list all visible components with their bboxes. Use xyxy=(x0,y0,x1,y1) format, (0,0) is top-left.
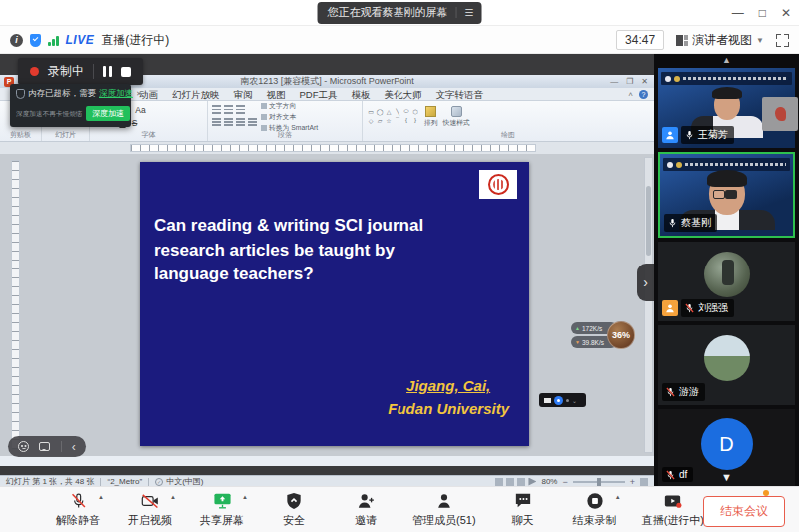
close-button[interactable]: ✕ xyxy=(781,6,791,20)
group-label-slides: 幻灯片 xyxy=(42,130,89,140)
popup-close-icon[interactable]: ✕ xyxy=(136,90,142,98)
stop-recording-toolbar-button[interactable]: ▲ 结束录制 xyxy=(571,492,619,528)
slide-author: Jigang, Cai, Fudan University xyxy=(388,375,509,420)
spellcheck-icon[interactable]: ✓ xyxy=(155,478,163,486)
participant-name: 刘强强 xyxy=(698,301,728,315)
align-text-button[interactable]: 对齐文本 xyxy=(261,112,318,122)
canvas-scrollbar[interactable] xyxy=(644,157,653,453)
justify-icon[interactable] xyxy=(248,118,257,127)
upload-arrow-icon: ▲ xyxy=(575,325,580,331)
tab-text-to-speech[interactable]: 文字转语音 xyxy=(429,88,491,101)
info-icon[interactable]: i xyxy=(10,34,23,47)
scroll-down-icon[interactable]: ▼ xyxy=(654,471,799,483)
invite-button[interactable]: 邀请 xyxy=(342,492,390,528)
tab-pdf-tools[interactable]: PDF工具 xyxy=(293,88,345,101)
fullscreen-icon[interactable] xyxy=(776,34,789,47)
zoom-in-button[interactable]: + xyxy=(630,477,635,487)
powerpoint-window: 南农1213 [兼容模式] - Microsoft PowerPoint — ❐… xyxy=(0,75,654,466)
start-video-button[interactable]: ▲ 开启视频 xyxy=(126,492,174,528)
tab-template[interactable]: 模板 xyxy=(345,88,378,101)
shared-screen-area: 南农1213 [兼容模式] - Microsoft PowerPoint — ❐… xyxy=(0,54,654,486)
align-left-icon[interactable] xyxy=(212,118,221,127)
chat-icon xyxy=(514,492,532,509)
memory-usage-ball[interactable]: 36% xyxy=(607,321,635,349)
emoji-reaction-icon[interactable] xyxy=(18,441,29,452)
tab-view[interactable]: 视图 xyxy=(260,88,293,101)
chat-button[interactable]: 聊天 xyxy=(499,492,547,528)
powerpoint-title-text: 南农1213 [兼容模式] - Microsoft PowerPoint xyxy=(240,75,414,88)
watching-banner[interactable]: 您正在观看蔡基刚的屏幕 ☰ xyxy=(318,2,482,24)
stop-recording-button[interactable] xyxy=(121,67,131,77)
help-icon[interactable]: ? xyxy=(639,90,648,99)
ppt-restore-button[interactable]: ❐ xyxy=(626,75,633,88)
ppt-close-button[interactable]: ✕ xyxy=(641,75,648,88)
shield-icon[interactable] xyxy=(30,34,41,47)
live-status-bar: i LIVE 直播(进行中) 34:47 演讲者视图 ▼ xyxy=(0,26,799,54)
bullets-icon[interactable] xyxy=(212,105,221,114)
chevron-up-icon[interactable]: ▲ xyxy=(242,494,248,500)
recording-indicator: 录制中 xyxy=(18,58,143,85)
recorder-dot-icon xyxy=(566,399,569,402)
zoom-slider[interactable] xyxy=(573,481,625,483)
chevron-up-icon[interactable]: ▲ xyxy=(170,494,176,500)
reactions-floating-bar: ‹ xyxy=(8,436,86,457)
popup-message: 内存已超标，需要 xyxy=(28,88,96,100)
unmute-button[interactable]: ▲ 解除静音 xyxy=(54,492,102,528)
host-badge-icon xyxy=(662,127,678,143)
indent-icon[interactable] xyxy=(236,105,245,114)
popup-boost-link[interactable]: 深度加速 xyxy=(99,88,133,100)
notification-dot xyxy=(763,490,769,496)
chevron-up-icon[interactable]: ▲ xyxy=(615,494,621,500)
scroll-up-icon[interactable]: ▲ xyxy=(654,55,799,65)
manage-members-button[interactable]: 管理成员(51) xyxy=(413,492,475,528)
live-tv-icon xyxy=(663,492,682,509)
align-center-icon[interactable] xyxy=(224,118,233,127)
ribbon-collapse-icon[interactable]: ˄ xyxy=(628,90,633,99)
participant-tile[interactable]: 刘强强 xyxy=(658,242,795,321)
recorder-stop-icon[interactable] xyxy=(544,398,551,403)
tab-slideshow[interactable]: 幻灯片放映 xyxy=(165,88,227,101)
tab-review[interactable]: 审阅 xyxy=(227,88,260,101)
view-mode-switch[interactable]: 演讲者视图 ▼ xyxy=(676,32,764,49)
participant-name: 蔡基刚 xyxy=(681,216,711,230)
numbering-icon[interactable] xyxy=(224,105,233,114)
pause-recording-button[interactable] xyxy=(103,66,112,77)
end-meeting-button[interactable]: 结束会议 xyxy=(703,496,785,527)
change-case-icon[interactable] xyxy=(135,105,144,115)
shapes-gallery[interactable]: ▭◯△╲⬭⬡ ◇▱☆⌒{} xyxy=(367,107,419,131)
ribbon-group-drawing: ▭◯△╲⬭⬡ ◇▱☆⌒{} 排列 快速样式 绘图 xyxy=(363,101,654,141)
popup-boost-button[interactable]: 深度加速 xyxy=(86,106,130,121)
share-screen-button[interactable]: ▲ 共享屏幕 xyxy=(198,492,246,528)
live-streaming-button[interactable]: 直播(进行中) xyxy=(643,492,703,528)
slide-canvas: Can reading & writing SCI journal resear… xyxy=(0,154,654,456)
view-mode-label: 演讲者视图 xyxy=(692,32,752,49)
minimize-button[interactable]: — xyxy=(732,6,744,20)
banner-menu-icon[interactable]: ☰ xyxy=(465,7,474,18)
arrange-button[interactable]: 排列 xyxy=(424,106,438,128)
view-mode-buttons[interactable] xyxy=(495,478,536,486)
participant-tile-active-speaker[interactable]: 蔡基刚 xyxy=(658,152,795,238)
align-right-icon[interactable] xyxy=(236,118,245,127)
security-button[interactable]: 安全 xyxy=(270,492,318,528)
strikethrough-icon[interactable] xyxy=(130,118,139,128)
vertical-ruler xyxy=(11,160,20,450)
collapse-bar-icon[interactable]: ‹ xyxy=(72,441,76,453)
participant-name: 王菊芳 xyxy=(698,128,728,142)
ppt-minimize-button[interactable]: — xyxy=(610,75,618,88)
quick-chat-icon[interactable] xyxy=(39,442,50,451)
mic-muted-icon xyxy=(666,387,675,397)
mini-recorder-toolbar[interactable]: ⌄ xyxy=(539,393,586,407)
fit-to-window-button[interactable] xyxy=(640,478,648,486)
next-slide-tab[interactable]: › xyxy=(637,264,654,301)
maximize-button[interactable]: □ xyxy=(759,6,766,20)
tab-addin[interactable]: 美化大师 xyxy=(378,88,429,101)
virtual-background-banner xyxy=(661,72,792,85)
text-direction-button[interactable]: 文字方向 xyxy=(261,101,318,111)
participant-tile[interactable]: 游游 xyxy=(658,325,795,405)
zoom-out-button[interactable]: − xyxy=(562,477,567,487)
quick-styles-button[interactable]: 快速样式 xyxy=(443,106,470,128)
recorder-collapse-icon[interactable]: ⌄ xyxy=(572,397,577,404)
network-monitor-widget[interactable]: ▲172K/s ▼39.8K/s 36% xyxy=(571,321,635,351)
floating-overlay[interactable] xyxy=(762,97,798,131)
chevron-up-icon[interactable]: ▲ xyxy=(98,494,104,500)
